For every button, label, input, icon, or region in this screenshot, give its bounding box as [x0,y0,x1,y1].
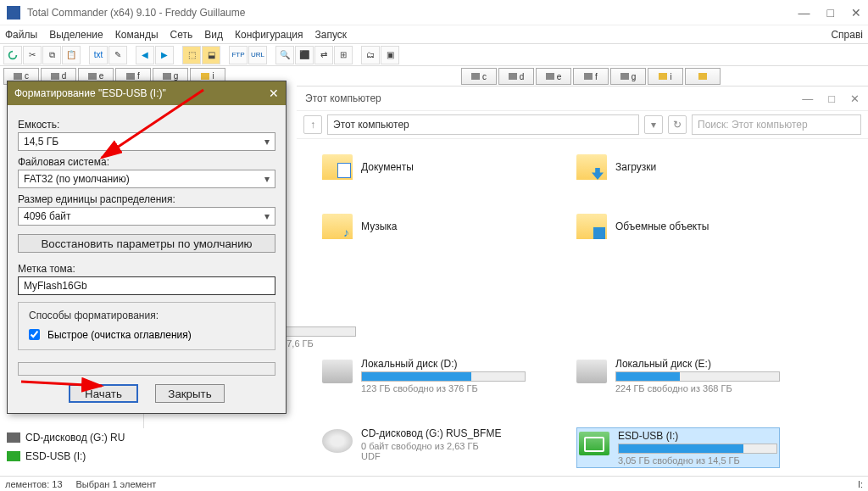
tb-url-icon[interactable]: URL [248,46,267,64]
statusbar: лементов: 13 Выбран 1 элемент I: [0,476,868,491]
allocunit-label: Размер единицы распределения: [18,193,275,205]
drive-e-item[interactable]: Локальный диск (E:) 224 ГБ свободно из 3… [576,358,780,393]
drive-g-item[interactable]: CD-дисковод (G:) RUS_BFME 0 байт свободн… [322,427,526,468]
folder-music[interactable]: Музыка [322,214,526,239]
tb-sync-icon[interactable]: ⇄ [314,46,333,64]
app-icon [7,6,20,20]
explorer-window: Этот компьютер — □ ✕ ↑ Этот компьютер ▾ … [297,86,868,476]
status-selection: Выбран 1 элемент [76,479,157,489]
volume-label-input[interactable] [18,276,275,295]
close-format-button[interactable]: Закрыть [155,384,225,403]
format-dialog: Форматирование "ESD-USB (I:)" ✕ Емкость:… [7,81,287,414]
close-button[interactable]: ✕ [851,6,861,20]
dialog-close-button[interactable]: ✕ [269,86,279,100]
start-button[interactable]: Начать [69,384,138,403]
tb-back-icon[interactable]: ◀ [136,46,154,64]
allocunit-select[interactable]: 4096 байт [18,207,275,226]
progress-bar [18,362,275,376]
menu-view[interactable]: Вид [204,29,223,41]
tree-usb-1[interactable]: ESD-USB (I:) [0,447,144,466]
folder-3dobjects[interactable]: Объемные объекты [576,214,780,239]
tb-refresh-icon[interactable] [3,46,22,64]
dvd-icon [322,429,353,453]
drive-i-right[interactable]: i [648,68,683,85]
drive-g-right[interactable]: g [610,68,646,85]
restore-defaults-button[interactable]: Восстановить параметры по умолчанию [18,234,275,253]
menu-net[interactable]: Сеть [170,29,193,41]
menu-selection[interactable]: Выделение [49,29,103,41]
quick-format-checkbox[interactable] [29,329,40,340]
tb-paste-icon[interactable]: 📋 [62,46,81,64]
tb-branch-icon[interactable]: ⊞ [334,46,353,64]
filesystem-label: Файловая система: [18,156,275,168]
explorer-title: Этот компьютер [305,92,381,104]
usb-icon [7,451,20,461]
status-count: лементов: 13 [5,479,63,489]
minimize-button[interactable]: — [798,6,810,20]
nav-up-icon[interactable]: ↑ [303,115,322,134]
filesystem-select[interactable]: FAT32 (по умолчанию) [18,170,275,188]
exp-max-button[interactable]: □ [828,92,835,105]
drive-e-right[interactable]: e [536,68,571,85]
tb-ftp-icon[interactable]: FTP [229,46,248,64]
maximize-button[interactable]: □ [827,6,834,20]
hdd-icon [576,360,607,383]
tb-edit-icon[interactable]: ✎ [108,46,127,64]
search-input[interactable]: Поиск: Этот компьютер [692,114,861,135]
tb-cmd-icon[interactable]: ▣ [381,46,399,64]
tb-multi-icon[interactable]: ⬛ [295,46,314,64]
tb-txt-icon[interactable]: txt [89,46,108,64]
usb-icon [579,432,609,455]
volume-label-label: Метка тома: [18,263,275,275]
menubar: Файлы Выделение Команды Сеть Вид Конфигу… [0,25,868,43]
explorer-toolbar: ↑ Этот компьютер ▾ ↻ Поиск: Этот компьют… [297,110,868,139]
window-title: Total Commander (x64) 9.10 - Freddy Guil… [27,7,245,19]
drive-i-item[interactable]: ESD-USB (I:) 3,05 ГБ свободно из 14,5 ГБ [576,427,780,468]
exp-min-button[interactable]: — [802,92,813,105]
titlebar: Total Commander (x64) 9.10 - Freddy Guil… [0,0,868,25]
tb-archive-icon[interactable]: ⬚ [182,46,201,64]
cd-icon [7,432,20,443]
menu-start[interactable]: Запуск [315,29,348,41]
refresh-icon[interactable]: ↻ [668,115,687,134]
tb-fwd-icon[interactable]: ▶ [155,46,174,64]
documents-icon [322,154,353,180]
menu-config[interactable]: Конфигурация [235,29,303,41]
format-options-legend: Способы форматирования: [25,310,162,321]
downloads-icon [576,154,607,180]
hdd-icon [322,360,353,383]
tb-copy-icon[interactable]: ⧉ [42,46,61,64]
menu-commands[interactable]: Команды [115,29,159,41]
capacity-select[interactable]: 14,5 ГБ [18,132,275,151]
format-options-group: Способы форматирования: Быстрое (очистка… [18,302,275,350]
address-bar[interactable]: Этот компьютер [327,114,639,135]
tb-search-icon[interactable]: 🔍 [275,46,294,64]
folder-downloads[interactable]: Загрузки [576,154,780,180]
status-drive: I: [858,479,863,489]
exp-close-button[interactable]: ✕ [850,92,860,105]
capacity-label: Емкость: [18,119,275,131]
drive-d-item[interactable]: Локальный диск (D:) 123 ГБ свободно из 3… [322,358,526,393]
menu-files[interactable]: Файлы [5,29,37,41]
drive-c-right[interactable]: c [461,68,497,85]
dialog-title: Форматирование "ESD-USB (I:)" [14,87,166,99]
tb-reg-icon[interactable]: 🗂 [361,46,380,64]
drivebar-right: c d e f g i [458,66,868,86]
quick-format-label: Быстрое (очистка оглавления) [47,329,192,341]
tb-extract-icon[interactable]: ⬓ [202,46,220,64]
music-icon [322,214,353,239]
menu-help[interactable]: Справі [831,29,863,41]
drive-f-right[interactable]: f [573,68,609,85]
objects-icon [576,214,607,239]
drive-net-right[interactable] [685,68,721,85]
tree-cd[interactable]: CD-дисковод (G:) RU [0,428,144,447]
toolbar-main: ✂ ⧉ 📋 txt ✎ ◀ ▶ ⬚ ⬓ FTP URL 🔍 ⬛ ⇄ ⊞ 🗂 ▣ [0,43,868,65]
tb-cut-icon[interactable]: ✂ [23,46,42,64]
addr-dropdown-icon[interactable]: ▾ [644,115,663,134]
dialog-titlebar: Форматирование "ESD-USB (I:)" ✕ [8,81,286,105]
folder-documents[interactable]: Документы [322,154,526,180]
drive-d-right[interactable]: d [498,68,534,85]
